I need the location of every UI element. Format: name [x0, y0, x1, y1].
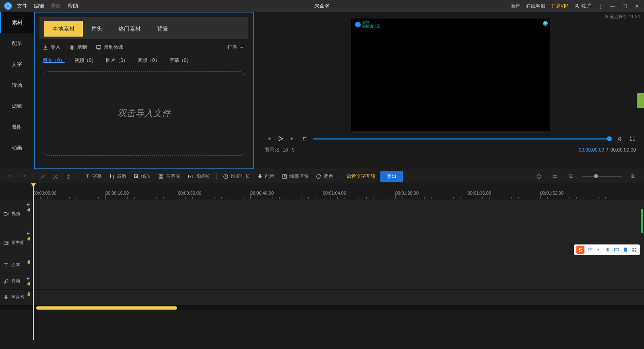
- mosaic-tool[interactable]: 马赛克: [156, 171, 183, 181]
- color-tool[interactable]: 调色: [314, 171, 336, 181]
- freeze-tool[interactable]: 冻结帧: [185, 171, 212, 181]
- maximize-button[interactable]: ☐: [621, 3, 628, 9]
- edit-button[interactable]: [37, 172, 48, 181]
- fullscreen-button[interactable]: [629, 135, 636, 142]
- timeline-ruler[interactable]: 00:00:00.0000:00:16.0000:00:32.0000:00:4…: [0, 183, 644, 199]
- more-icon[interactable]: ⋮: [597, 3, 604, 9]
- link-support[interactable]: 在线客服: [526, 3, 545, 10]
- ime-keyboard-icon[interactable]: [613, 246, 620, 253]
- filter-image[interactable]: 图片（0）: [106, 57, 128, 64]
- prev-frame-button[interactable]: [265, 135, 272, 142]
- filter-subtitle[interactable]: 字幕（0）: [169, 57, 192, 64]
- tab-local[interactable]: 本地素材: [44, 21, 83, 37]
- subtitle-tool[interactable]: 字幕: [82, 171, 104, 181]
- record-micro-button[interactable]: 录制微课: [96, 44, 123, 51]
- zoom-knob[interactable]: [594, 174, 598, 178]
- speaker-icon[interactable]: 🔈: [27, 202, 31, 206]
- rail-overlay[interactable]: 叠附: [0, 117, 34, 138]
- side-tab[interactable]: [637, 93, 644, 108]
- track-text[interactable]: 文字🔒: [0, 257, 644, 273]
- lock-icon[interactable]: 🔒: [27, 260, 31, 264]
- tab-hot[interactable]: 热门素材: [110, 21, 149, 37]
- svg-rect-17: [159, 177, 161, 179]
- watermark-close-icon[interactable]: ✕: [543, 21, 548, 26]
- account-menu[interactable]: 账户: [574, 2, 592, 10]
- greenscreen-tool[interactable]: 绿幕抠像: [279, 171, 311, 181]
- sort-button[interactable]: 排序: [227, 44, 245, 51]
- redo-button[interactable]: [19, 172, 29, 181]
- video-icon: [3, 211, 9, 217]
- pip-icon: [3, 240, 9, 246]
- lock-icon[interactable]: 🔒: [27, 292, 31, 296]
- undo-button[interactable]: [6, 172, 16, 181]
- ime-skin-icon[interactable]: [622, 246, 629, 253]
- tab-intro[interactable]: 片头: [83, 21, 110, 37]
- record-button[interactable]: 录制: [69, 44, 87, 51]
- link-vip[interactable]: 开通VIP: [551, 3, 568, 10]
- rail-material[interactable]: 素材: [0, 12, 34, 33]
- zoom-slider[interactable]: [582, 176, 622, 177]
- dub-tool[interactable]: 配音: [255, 171, 277, 181]
- preview-panel: 傲软视频编辑王 ✕ 宽高比 16 : 9 00:00:00.00 / 00:00…: [254, 12, 644, 169]
- ime-toolbar[interactable]: S 中 •,: [574, 244, 640, 255]
- import-dropzone[interactable]: 双击导入文件: [43, 71, 245, 156]
- playhead[interactable]: [33, 183, 34, 340]
- rail-transition[interactable]: 转场: [0, 75, 34, 96]
- import-button[interactable]: 导入: [43, 44, 60, 51]
- tab-bg[interactable]: 背景: [149, 21, 176, 37]
- speaker-icon[interactable]: 🔈: [27, 231, 31, 235]
- marker-tool[interactable]: [534, 172, 544, 181]
- track-pip[interactable]: 画中画🔈🔒: [0, 228, 644, 257]
- scrollbar-thumb[interactable]: [36, 306, 177, 310]
- track-voice[interactable]: 画外音🔒: [0, 289, 644, 306]
- delete-button[interactable]: [63, 172, 74, 181]
- stop-button[interactable]: [301, 135, 308, 142]
- ime-mic-icon[interactable]: [605, 246, 611, 253]
- media-tabs: 本地素材 片头 热门素材 背景: [39, 17, 248, 39]
- rail-music[interactable]: 配乐: [0, 33, 34, 54]
- lock-icon[interactable]: 🔒: [27, 207, 31, 211]
- menu-export[interactable]: 导出: [51, 2, 61, 10]
- play-button[interactable]: [277, 135, 284, 142]
- voice-text-tool[interactable]: 语音文字互转: [344, 171, 378, 181]
- menu-edit[interactable]: 编辑: [34, 2, 44, 10]
- filter-video[interactable]: 视频（0）: [74, 57, 97, 64]
- cut-button[interactable]: [50, 172, 61, 181]
- duration-tool[interactable]: 设置时长: [221, 171, 252, 181]
- export-button[interactable]: 导出: [380, 171, 403, 182]
- rail-animation[interactable]: 动画: [0, 138, 34, 158]
- zoom-tool[interactable]: 缩放: [131, 171, 153, 181]
- link-tutorial[interactable]: 教程: [511, 3, 520, 10]
- aspect-value[interactable]: 16 : 9: [283, 147, 295, 153]
- last-save-label: ⟳ 最近保存 11:34: [605, 14, 640, 20]
- svg-rect-11: [303, 138, 306, 140]
- lock-icon[interactable]: 🔒: [27, 236, 31, 240]
- filter-audio[interactable]: 音频（0）: [138, 57, 160, 64]
- lock-icon[interactable]: 🔒: [27, 281, 31, 285]
- svg-rect-38: [632, 250, 634, 252]
- playback-progress[interactable]: [313, 138, 612, 140]
- fit-tool[interactable]: [550, 172, 560, 181]
- close-button[interactable]: ✕: [634, 3, 640, 9]
- ime-punct[interactable]: •,: [596, 246, 602, 253]
- sogou-icon[interactable]: S: [576, 246, 584, 254]
- rail-text[interactable]: 文字: [0, 54, 34, 75]
- video-preview[interactable]: 傲软视频编辑王 ✕: [351, 18, 550, 131]
- menu-help[interactable]: 帮助: [68, 2, 78, 10]
- track-video[interactable]: 视频🔈🔒: [0, 199, 644, 228]
- timeline-scrollbar[interactable]: [0, 306, 644, 310]
- speaker-icon[interactable]: 🔈: [27, 276, 31, 280]
- next-frame-button[interactable]: [289, 135, 296, 142]
- track-audio[interactable]: 音频🔈🔒: [0, 273, 644, 289]
- volume-button[interactable]: [617, 135, 624, 142]
- ime-grid-icon[interactable]: [631, 246, 638, 253]
- zoom-in-button[interactable]: [628, 172, 638, 181]
- menu-file[interactable]: 文件: [17, 2, 27, 10]
- crop-tool[interactable]: 裁剪: [107, 171, 129, 181]
- rail-filter[interactable]: 滤镜: [0, 96, 34, 117]
- filter-all[interactable]: 所有（0）: [43, 57, 65, 64]
- progress-knob[interactable]: [607, 136, 612, 141]
- zoom-out-button[interactable]: [566, 172, 576, 181]
- minimize-button[interactable]: —: [609, 3, 616, 9]
- ime-lang[interactable]: 中: [587, 246, 593, 253]
